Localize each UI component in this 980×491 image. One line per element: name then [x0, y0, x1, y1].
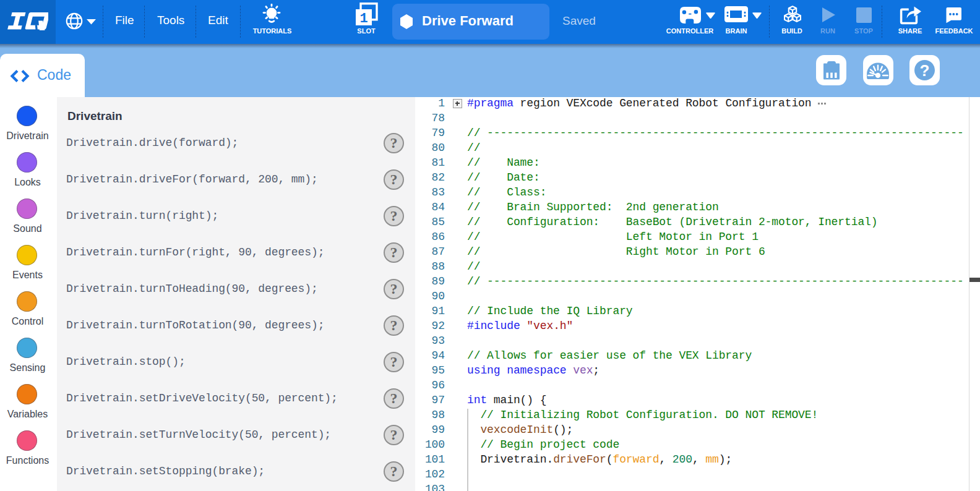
- svg-text:?: ?: [920, 61, 930, 80]
- svg-text:1: 1: [359, 11, 368, 27]
